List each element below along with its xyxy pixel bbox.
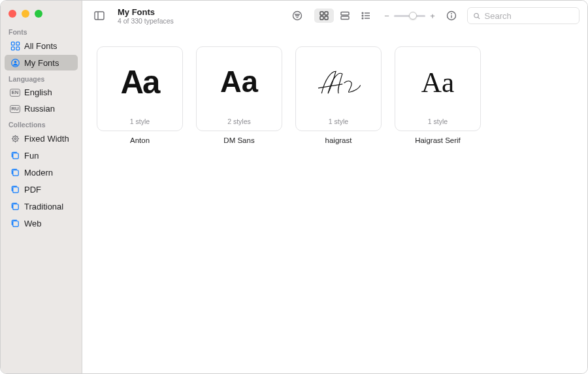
svg-rect-22 (325, 16, 328, 20)
svg-rect-10 (12, 187, 18, 192)
svg-rect-13 (95, 12, 104, 20)
svg-rect-8 (12, 153, 18, 158)
sidebar-item-my-fonts[interactable]: My Fonts (5, 55, 78, 70)
search-icon (473, 12, 481, 20)
font-card[interactable]: Aa 2 styles DM Sans (196, 46, 282, 144)
font-style-count: 2 styles (227, 117, 251, 131)
font-style-count: 1 style (329, 117, 348, 131)
svg-rect-9 (12, 170, 18, 175)
sidebar-item-web[interactable]: Web (5, 215, 78, 231)
font-name-label: Haigrast Serif (415, 136, 461, 144)
svg-rect-12 (12, 221, 18, 226)
svg-point-34 (474, 13, 478, 17)
lang-badge-icon: RU (10, 105, 20, 113)
sidebar-item-label: Modern (24, 168, 53, 178)
sidebar-item-label: English (24, 87, 52, 97)
sidebar-item-pdf[interactable]: PDF (5, 181, 78, 197)
filter-button[interactable] (288, 8, 306, 23)
svg-point-27 (362, 15, 363, 16)
font-name-label: Anton (130, 136, 150, 144)
sidebar-item-modern[interactable]: Modern (5, 164, 78, 180)
font-preview[interactable]: Aa 2 styles (196, 46, 282, 131)
close-button[interactable] (8, 10, 16, 18)
view-mode-group (313, 7, 377, 24)
section-header-languages: Languages (1, 71, 82, 84)
collection-icon (10, 167, 20, 178)
zoom-control: − + (384, 11, 436, 21)
svg-rect-1 (16, 42, 19, 45)
svg-point-5 (14, 60, 16, 63)
minimize-button[interactable] (22, 10, 29, 18)
svg-point-7 (14, 138, 16, 140)
sidebar-item-fixed-width[interactable]: Fixed Width (5, 131, 78, 146)
user-icon (10, 57, 20, 68)
sidebar: Fonts All Fonts My Fonts Languages EN En… (1, 1, 82, 373)
lang-badge-icon: EN (10, 89, 20, 97)
sidebar-item-label: Traditional (24, 202, 63, 211)
svg-text:Aa: Aa (121, 64, 161, 100)
search-field[interactable] (467, 7, 580, 24)
font-style-count: 1 style (428, 117, 448, 131)
font-card[interactable]: Aa 1 style Anton (97, 46, 183, 144)
view-grid-button[interactable] (314, 8, 334, 23)
sidebar-item-english[interactable]: EN English (5, 85, 78, 100)
maximize-button[interactable] (35, 10, 42, 18)
font-preview[interactable]: Aa 1 style (395, 46, 481, 131)
page-title: My Fonts (118, 7, 174, 17)
window-controls (1, 6, 82, 24)
section-header-fonts: Fonts (1, 24, 82, 37)
toggle-sidebar-button[interactable] (90, 8, 108, 23)
svg-point-29 (362, 18, 363, 19)
svg-point-6 (12, 136, 18, 141)
sidebar-item-label: Fixed Width (24, 134, 69, 144)
zoom-thumb[interactable] (409, 12, 417, 20)
zoom-in-button[interactable]: + (429, 11, 436, 21)
font-sample-icon: Aa (197, 47, 282, 117)
font-preview[interactable]: 1 style (295, 46, 382, 131)
collection-icon (10, 184, 20, 195)
collection-icon (10, 150, 20, 161)
font-grid: Aa 1 style Anton Aa 2 styles (82, 31, 587, 373)
sidebar-item-russian[interactable]: RU Russian (5, 101, 78, 116)
svg-rect-23 (341, 12, 349, 16)
sidebar-item-label: Russian (24, 104, 55, 114)
zoom-out-button[interactable]: − (384, 11, 390, 21)
collection-icon (10, 218, 20, 228)
svg-rect-3 (16, 46, 19, 50)
svg-rect-21 (320, 16, 323, 20)
view-rows-button[interactable] (335, 8, 355, 23)
font-card[interactable]: 1 style haigrast (295, 46, 382, 144)
gear-icon (10, 133, 20, 144)
view-list-button[interactable] (356, 8, 376, 23)
svg-rect-19 (320, 12, 323, 15)
svg-rect-20 (325, 12, 328, 15)
sidebar-item-label: Web (24, 219, 42, 228)
sidebar-item-label: PDF (24, 185, 41, 195)
zoom-slider[interactable] (394, 15, 425, 17)
font-style-count: 1 style (130, 117, 150, 131)
section-header-collections: Collections (1, 117, 82, 130)
sidebar-item-traditional[interactable]: Traditional (5, 198, 78, 214)
sidebar-item-fun[interactable]: Fun (5, 148, 78, 163)
font-name-label: DM Sans (223, 136, 254, 144)
svg-text:Aa: Aa (220, 65, 259, 99)
font-card[interactable]: Aa 1 style Haigrast Serif (395, 46, 481, 144)
font-sample-icon: Aa (97, 47, 182, 117)
search-input[interactable] (485, 11, 574, 21)
svg-point-32 (451, 13, 452, 14)
main-area: My Fonts 4 of 330 typefaces − (82, 1, 587, 373)
font-preview[interactable]: Aa 1 style (97, 46, 183, 131)
sidebar-item-label: Fun (24, 151, 39, 161)
svg-line-35 (478, 17, 480, 19)
toolbar: My Fonts 4 of 330 typefaces − (82, 1, 587, 31)
svg-rect-24 (341, 16, 349, 20)
grid-icon (10, 40, 20, 51)
svg-rect-2 (11, 46, 14, 50)
sidebar-item-label: All Fonts (24, 41, 57, 51)
font-sample-icon: Aa (395, 47, 480, 117)
page-subtitle: 4 of 330 typefaces (118, 17, 174, 25)
font-sample-icon (296, 47, 381, 117)
svg-rect-0 (11, 42, 14, 45)
info-button[interactable] (442, 8, 461, 23)
sidebar-item-all-fonts[interactable]: All Fonts (5, 38, 78, 54)
